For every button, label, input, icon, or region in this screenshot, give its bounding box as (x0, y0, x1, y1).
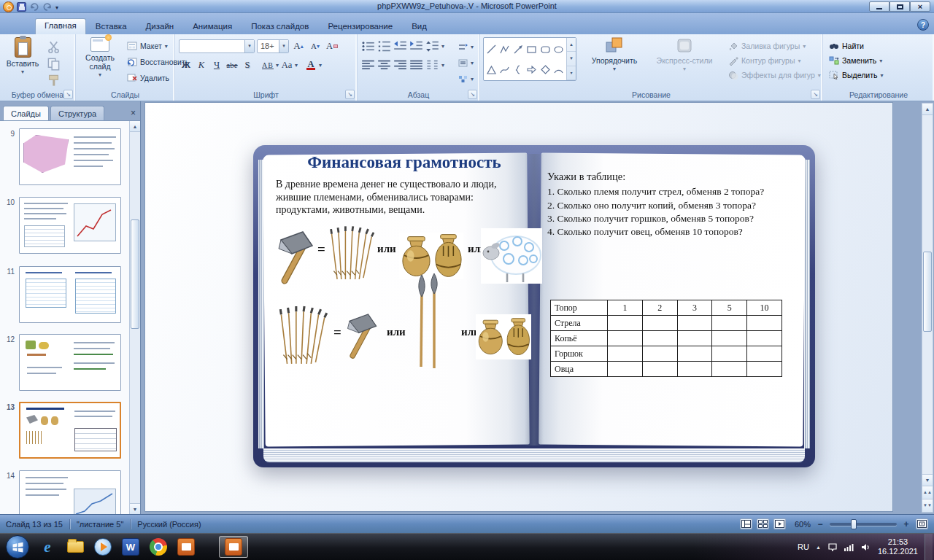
table-cell[interactable] (642, 331, 677, 346)
table-cell[interactable]: Топор (551, 300, 608, 316)
fit-to-window-button[interactable] (916, 518, 928, 529)
table-cell[interactable] (608, 362, 643, 377)
language-status[interactable]: Русский (Россия) (137, 520, 201, 529)
question-3[interactable]: 3. Сколько получит горшков, обменяв 5 то… (547, 213, 803, 225)
table-cell[interactable]: Копьё (551, 331, 608, 346)
scroll-up-button[interactable]: ▲ (922, 104, 933, 115)
slide-canvas[interactable]: Финансовая грамотность В древние времена… (145, 103, 892, 511)
clock[interactable]: 21:53 16.12.2021 (878, 537, 918, 556)
start-button[interactable] (6, 535, 29, 559)
taskbar-folder-icon[interactable] (63, 536, 87, 558)
convert-smartart-button[interactable]: ▾ (457, 71, 475, 86)
thumbnail-preview[interactable] (19, 334, 121, 391)
or-word[interactable]: или (387, 326, 406, 338)
shapes-gallery-scrollbar[interactable]: ▲ ▼ ▾ (566, 38, 576, 80)
maximize-button[interactable] (889, 1, 910, 12)
panel-tab-outline[interactable]: Структура (50, 106, 104, 120)
panel-scroll-down[interactable]: ▼ (130, 503, 140, 514)
zoom-in-button[interactable]: + (901, 519, 911, 529)
taskbar-chrome-icon[interactable] (147, 536, 170, 558)
shape-triangle-icon[interactable] (485, 59, 498, 79)
pots-image[interactable] (399, 233, 463, 279)
change-case-button[interactable]: Аа (279, 58, 294, 72)
format-painter-icon[interactable] (47, 74, 61, 88)
paragraph-dialog-launcher[interactable]: ↘ (468, 90, 477, 99)
table-cell[interactable] (677, 331, 712, 346)
shapes-scroll-down[interactable]: ▼ (567, 52, 576, 66)
tab-animatsiya[interactable]: Анимация (183, 19, 242, 34)
spears-image[interactable] (409, 273, 447, 370)
table-cell[interactable]: 1 (608, 300, 643, 316)
thumbnail-preview[interactable] (19, 470, 121, 514)
table-cell[interactable] (712, 362, 747, 377)
thumbnail-preview[interactable] (19, 266, 121, 323)
select-button[interactable]: Выделить ▾ (829, 69, 883, 82)
clear-formatting-button[interactable]: А (325, 39, 339, 53)
tab-glavnaya[interactable]: Главная (35, 18, 86, 34)
table-cell[interactable]: Горшок (551, 346, 608, 362)
table-cell[interactable] (747, 346, 782, 362)
font-color-button[interactable]: А (304, 58, 318, 72)
character-spacing-button[interactable]: АВ (260, 58, 275, 72)
scroll-down-button[interactable]: ▼ (922, 474, 933, 486)
tab-vstavka[interactable]: Вставка (86, 19, 136, 34)
shapes-gallery[interactable]: ▲ ▼ ▾ (483, 37, 576, 81)
quick-styles-button[interactable]: Экспресс-стили ▾ (648, 36, 721, 88)
scroll-thumb[interactable] (923, 252, 932, 332)
table-cell[interactable] (677, 316, 712, 331)
italic-button[interactable]: К (194, 58, 209, 72)
align-left-button[interactable] (361, 58, 375, 72)
table-cell[interactable]: 2 (642, 300, 677, 316)
bullets-button[interactable] (361, 39, 375, 53)
question-1[interactable]: 1. Сколько племя получит стрел, обменяв … (547, 186, 803, 198)
shape-arrow-icon[interactable] (512, 39, 525, 59)
pots-image[interactable] (476, 314, 531, 359)
taskbar-word-icon[interactable]: W (119, 536, 142, 558)
help-button[interactable]: ? (917, 19, 929, 31)
panel-scroll-thumb[interactable] (131, 219, 139, 329)
cut-icon[interactable] (47, 40, 61, 54)
tab-vid[interactable]: Вид (402, 19, 436, 34)
zoom-level[interactable]: 60% (795, 520, 811, 529)
align-center-button[interactable] (377, 58, 391, 72)
volume-icon[interactable] (861, 542, 871, 551)
zoom-slider-thumb[interactable] (851, 519, 857, 529)
table-cell[interactable]: 5 (712, 300, 747, 316)
office-button[interactable] (3, 1, 14, 12)
redo-icon[interactable] (42, 1, 53, 12)
shrink-font-button[interactable]: А▾ (308, 39, 323, 53)
shape-brace-icon[interactable] (512, 59, 525, 79)
font-name-combo[interactable]: ▾ (179, 39, 255, 53)
active-task-powerpoint[interactable] (219, 536, 248, 558)
shape-oval-icon[interactable] (552, 39, 566, 59)
shape-zigzag-icon[interactable] (498, 39, 512, 59)
save-button[interactable] (17, 2, 26, 12)
panel-scroll-up[interactable]: ▲ (130, 121, 140, 132)
tab-pokaz-slaydov[interactable]: Показ слайдов (242, 19, 318, 34)
network-icon[interactable] (844, 542, 854, 551)
qat-customize-button[interactable]: ▾ (55, 3, 58, 11)
zoom-slider[interactable] (830, 523, 897, 526)
question-4[interactable]: 4. Сколько получит овец, обменяв 10 топо… (547, 226, 803, 238)
replace-button[interactable]: Заменить ▾ (829, 54, 882, 67)
table-cell[interactable] (608, 346, 643, 362)
table-cell[interactable] (747, 331, 782, 346)
find-button[interactable]: Найти (829, 39, 864, 52)
table-cell[interactable] (642, 362, 677, 377)
shapes-scroll-up[interactable]: ▲ (567, 38, 576, 52)
table-cell[interactable] (608, 331, 643, 346)
align-right-button[interactable] (393, 58, 407, 72)
main-scrollbar[interactable]: ▲ ▼ ▲▲ ▼▼ (922, 103, 933, 513)
paste-button[interactable]: Вставить ▾ (4, 36, 42, 88)
thumbnail-preview[interactable] (19, 197, 121, 254)
minimize-button[interactable] (869, 1, 889, 12)
slide-intro-text[interactable]: В древние времена денег не существовало … (276, 178, 525, 217)
axe-image[interactable] (341, 310, 383, 359)
table-cell[interactable]: Стрела (551, 316, 608, 331)
taskbar-media-player-icon[interactable] (91, 536, 115, 558)
clipboard-dialog-launcher[interactable]: ↘ (63, 90, 73, 99)
shape-diamond-icon[interactable] (539, 59, 552, 79)
shapes-gallery-more[interactable]: ▾ (567, 66, 576, 80)
tray-chevron-icon[interactable]: ▲ (816, 545, 821, 550)
shape-arc-icon[interactable] (552, 59, 566, 79)
